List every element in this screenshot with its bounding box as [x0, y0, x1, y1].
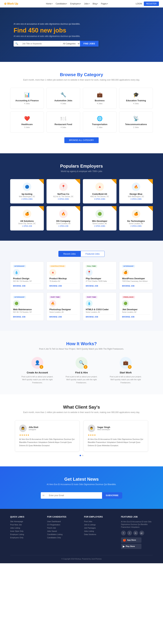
category-card-0[interactable]: 📊 Accounting & Finance 4 Jobs [10, 88, 44, 109]
nav-pages[interactable]: Pages [101, 2, 108, 5]
footer-link-1[interactable]: Post New Job [10, 524, 42, 526]
footer-link-3[interactable]: Jobs Listing [84, 530, 116, 532]
footer-link-1[interactable]: Job & Listings [84, 524, 116, 526]
category-card-7[interactable]: 📡 Telecommunications 2 Jobs [119, 112, 153, 132]
browse-job-link[interactable]: BROWSE JOB [13, 314, 41, 318]
category-card-4[interactable]: ❤️ Healthcare 3 Jobs [10, 112, 44, 132]
browse-job-link[interactable]: BROWSE JOB [122, 314, 150, 318]
employer-name: bp-testing [13, 193, 41, 195]
footer-link-0[interactable]: Site Homepage [10, 520, 42, 522]
footer-link-2[interactable]: Find A Job [47, 527, 79, 529]
app-store-button[interactable]: 🍎 App Store [121, 538, 142, 543]
testimonials-grid: 👩 Alfa Dixit Designer ★★★★★ At Vero Eos … [10, 420, 153, 452]
job-card-6[interactable]: PART TIME 💧 HTML5 & CSS3 Coder Some Loca… [83, 292, 117, 321]
browse-title: Browse By Category [10, 72, 153, 77]
employer-card-2[interactable]: 🔺 CodorBold Alt 4061 Av The Denver, DC 3… [83, 179, 117, 204]
browse-job-link[interactable]: BROWSE JOB [86, 314, 114, 318]
nav-employers[interactable]: Employers [70, 2, 81, 5]
employer-badge [39, 206, 44, 211]
category-icon: ❤️ [13, 116, 41, 121]
how-it-works-section: How It Works? Post A Job To Tell Us Abou… [0, 331, 163, 394]
hero-section: At vero eos et accusamus et iusto odio d… [0, 8, 163, 62]
testimonial-info: Sagar Singh Web Developer [97, 426, 110, 430]
employer-card-3[interactable]: 🔥 Design Blue Web Washington, DC 3 OPEN … [119, 179, 153, 204]
social-icon-1[interactable]: t [127, 531, 132, 536]
category-select[interactable]: All Categories [60, 41, 80, 46]
category-count: 2 Jobs [122, 126, 150, 128]
job-card-5[interactable]: PART TIME 🔥 Photoshop Designer Some Loca… [46, 292, 80, 321]
employer-card-1[interactable]: 📍 NetTrue Co 912 Av St, The Denver, DC 3… [46, 179, 80, 204]
footer-link-4[interactable]: Candidates Listing [47, 533, 79, 536]
browse-job-link[interactable]: BROWSE JOB [13, 284, 41, 287]
job-card-0[interactable]: INTERNSHIP 💧 Product Design 502 4th / St… [10, 262, 44, 290]
step-badge: 3 [128, 365, 132, 369]
job-card-7[interactable]: FREELANCE 🟢 .Net Developer Some Location… [119, 292, 153, 321]
job-card-1[interactable]: CONTRACT/PAID 🔺 Product Mockup 76 Aviati… [46, 262, 80, 290]
login-link[interactable]: LOGIN [136, 2, 142, 5]
how-steps: 👤 1 Create An Account Post a job to tell… [10, 357, 153, 384]
employer-card-7[interactable]: 🍊 Go Technologies Some Location, AV 2 OP… [119, 206, 153, 230]
job-card-4[interactable]: INTERNSHIP 🟢 Web Maintenance 502 4th / S… [10, 292, 44, 321]
footer-featured-title: FEATURED JOB [121, 516, 153, 518]
category-card-3[interactable]: 🎓 Education Training 4 Jobs [119, 88, 153, 109]
browse-all-button[interactable]: BROWSE ALL CATEGORY [64, 137, 99, 143]
job-logo: 💧 [86, 300, 93, 307]
nav-home[interactable]: Home [46, 2, 53, 5]
footer-link-2[interactable]: Jobs Listing [10, 527, 42, 529]
footer-link-3[interactable]: Jobs Saved [47, 530, 79, 532]
category-card-5[interactable]: 🍽️ Restaurant Food 4 Jobs [46, 112, 80, 132]
nav-blog[interactable]: Blog [93, 2, 98, 5]
browse-job-link[interactable]: BROWSE JOB [49, 284, 77, 287]
category-card-1[interactable]: 🔧 Automotive Jobs 4 Jobs [46, 88, 80, 109]
employer-card-6[interactable]: 🟢 Win Developer Some Location, AV 2 OPEN… [83, 206, 117, 230]
footer-link-0[interactable]: Post Jobs [84, 520, 116, 522]
footer-link-5[interactable]: Employers Only [10, 536, 42, 538]
job-logo: 🍊 [122, 269, 129, 276]
footer-link-1[interactable]: CV Registration [47, 524, 79, 526]
subscribe-button[interactable]: SUBSCRIBE [102, 492, 122, 499]
footer-link-5[interactable]: Candidates Only [47, 536, 79, 538]
category-card-6[interactable]: 🌐 Transportation 2 Jobs [83, 112, 117, 132]
find-jobs-button[interactable]: FIND JOBS [80, 41, 99, 46]
tab-featured-jobs[interactable]: Featured Jobs [81, 251, 105, 257]
browse-job-link[interactable]: BROWSE JOB [49, 314, 77, 318]
news-email-input[interactable] [46, 492, 102, 499]
play-store-button[interactable]: ▶ Play Store [121, 544, 142, 549]
category-card-2[interactable]: 💼 Business 4 Jobs [83, 88, 117, 109]
testimonial-stars: ★★★★★ [19, 434, 75, 436]
site-logo[interactable]: ⚙ WorkUp [4, 2, 18, 6]
social-icon-0[interactable]: f [121, 531, 126, 536]
social-icon-2[interactable]: in [133, 531, 138, 536]
employer-location: Some City, Denver, DC [13, 223, 41, 224]
step-title: Start Work [109, 371, 143, 374]
footer-link-4[interactable]: Employer Listing [10, 533, 42, 536]
browse-job-link[interactable]: BROWSE JOB [122, 284, 150, 287]
social-icon-3[interactable]: g+ [139, 531, 144, 536]
footer-link-0[interactable]: User Dashboard [47, 520, 79, 522]
footer-link-3[interactable]: Inner Style Only [10, 530, 42, 532]
tab-recent-jobs[interactable]: Recent Jobs [58, 251, 80, 257]
employer-badge [148, 179, 153, 184]
employer-card-4[interactable]: 🍊 A8 Solutions Some City, Denver, DC 1 O… [10, 206, 44, 230]
job-card-3[interactable]: INTERNSHIP 🍊 WordPress Developer 7630 El… [119, 262, 153, 290]
job-tag: INTERNSHIP [13, 296, 26, 298]
footer-link-2[interactable]: Job Packages [84, 527, 116, 529]
employer-card-5[interactable]: 🔥 DG Company Some Location, AV 1 OPEN JO… [46, 206, 80, 230]
dot-1[interactable] [80, 455, 81, 456]
employer-name: Win Developer [86, 220, 114, 222]
nav-candidates[interactable]: Candidates [56, 2, 67, 5]
footer-bottom: © Copyright 2018 Workup. Powered by Joom… [10, 555, 153, 560]
nav-jobs[interactable]: Jobs [84, 2, 89, 5]
job-search-input[interactable] [20, 41, 60, 46]
footer-quick-links: QUICK LINKSSite HomepagePost New JobJobs… [10, 516, 42, 550]
browse-job-link[interactable]: BROWSE JOB [86, 284, 114, 287]
dot-2[interactable] [82, 455, 83, 456]
category-name: Accounting & Finance [13, 99, 41, 102]
job-card-2[interactable]: FULL TIME 📍 Php Developer 27 Port Charle… [83, 262, 117, 290]
register-button[interactable]: REGISTER [144, 2, 159, 6]
apple-icon: 🍎 [123, 538, 126, 542]
category-name: Business [86, 99, 114, 102]
employer-card-0[interactable]: 🔵 bp-testing Web Washington, DC 2 OPEN J… [10, 179, 44, 204]
footer-link-4[interactable]: Data Solutions [84, 533, 116, 536]
employers-title: Populars Employers [10, 164, 153, 169]
